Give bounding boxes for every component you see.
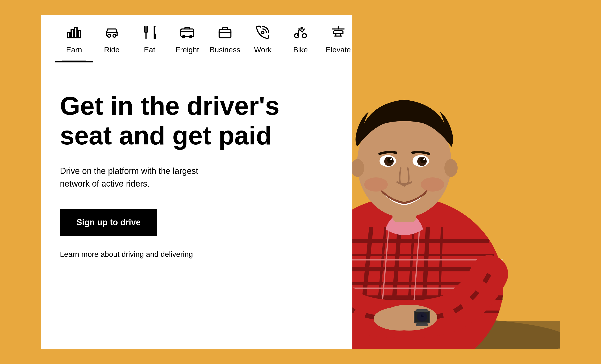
freight-icon xyxy=(179,24,196,41)
nav-item-elevate[interactable]: Elevate xyxy=(319,15,357,61)
nav-item-ride[interactable]: Ride xyxy=(93,15,131,61)
svg-rect-10 xyxy=(219,29,231,38)
svg-point-5 xyxy=(113,34,116,37)
nav-item-business[interactable]: Business xyxy=(206,15,244,61)
eat-label: Eat xyxy=(144,46,155,54)
nav-bar: Earn Ride xyxy=(41,15,352,67)
business-label: Business xyxy=(210,46,240,54)
nav-item-bike[interactable]: Bike xyxy=(282,15,319,61)
hero-subtitle: Drive on the platform with the largest n… xyxy=(60,165,225,190)
nav-item-freight[interactable]: Freight xyxy=(168,15,206,61)
svg-point-48 xyxy=(364,177,388,192)
svg-rect-1 xyxy=(71,29,74,38)
bike-label: Bike xyxy=(293,46,308,54)
elevate-label: Elevate xyxy=(326,46,351,54)
hero-content: Get in the driver's seat and get paid Dr… xyxy=(41,67,352,279)
fork-knife-icon xyxy=(141,24,158,41)
car-icon xyxy=(104,24,120,41)
svg-rect-2 xyxy=(75,27,77,38)
svg-point-42 xyxy=(387,158,393,163)
svg-rect-58 xyxy=(416,324,428,326)
svg-point-46 xyxy=(420,158,426,163)
svg-rect-57 xyxy=(416,309,428,312)
briefcase-icon xyxy=(217,24,233,41)
svg-point-39 xyxy=(444,159,458,177)
svg-rect-0 xyxy=(68,32,70,38)
bike-icon xyxy=(292,24,309,41)
svg-point-38 xyxy=(351,159,364,177)
sign-up-button[interactable]: Sign up to drive xyxy=(60,209,157,236)
svg-point-47 xyxy=(423,158,425,160)
freight-label: Freight xyxy=(175,46,199,54)
bar-chart-icon xyxy=(66,24,82,41)
learn-more-link[interactable]: Learn more about driving and delivering xyxy=(60,250,193,260)
svg-point-14 xyxy=(302,34,307,38)
work-icon xyxy=(254,24,271,41)
nav-item-earn[interactable]: Earn xyxy=(55,15,93,62)
earn-label: Earn xyxy=(66,46,82,54)
svg-point-12 xyxy=(261,31,264,34)
svg-rect-3 xyxy=(78,31,81,38)
nav-item-work[interactable]: Work xyxy=(244,15,282,61)
nav-item-eat[interactable]: Eat xyxy=(131,15,168,61)
helicopter-icon xyxy=(330,24,347,41)
hero-title: Get in the driver's seat and get paid xyxy=(60,91,296,151)
svg-point-43 xyxy=(390,158,392,160)
work-label: Work xyxy=(254,46,271,54)
svg-point-49 xyxy=(421,177,444,192)
ride-label: Ride xyxy=(104,46,120,54)
main-card: Earn Ride xyxy=(41,15,352,349)
svg-point-4 xyxy=(108,34,111,37)
svg-point-15 xyxy=(301,27,302,28)
